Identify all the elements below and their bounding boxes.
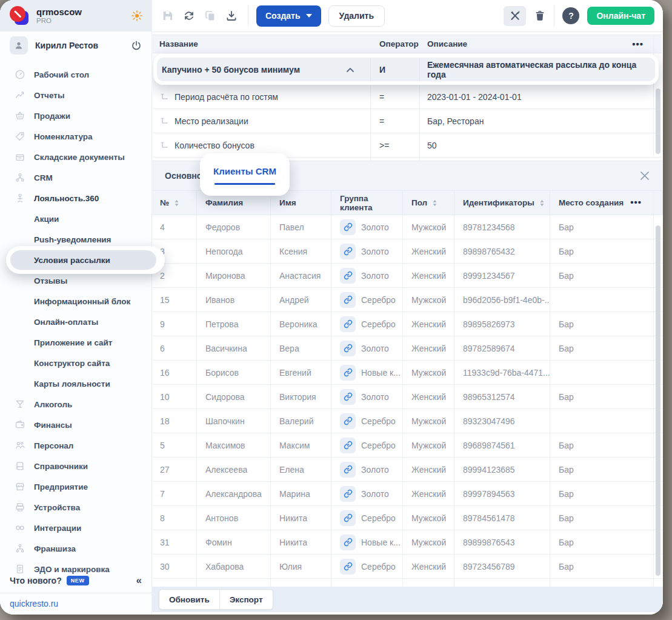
client-row[interactable]: 5 Максимов Максим Серебро Мужской 896898… — [151, 433, 663, 458]
link-icon[interactable] — [340, 268, 356, 284]
link-icon[interactable] — [340, 413, 356, 429]
column-header-operator[interactable]: Оператор — [371, 39, 420, 48]
sidebar-item[interactable]: Финансы — [0, 415, 151, 435]
sidebar-item[interactable]: CRM — [0, 167, 151, 188]
link-icon[interactable] — [340, 341, 356, 356]
refresh-button[interactable]: Обновить — [159, 590, 219, 609]
sidebar-item[interactable]: Номенклатура — [0, 126, 151, 147]
sort-icon[interactable] — [431, 199, 438, 207]
parent-row-description: Ежемесячная автоматическая рассылка до к… — [420, 60, 655, 79]
theme-sun-icon[interactable] — [131, 10, 143, 22]
quickresto-site-link[interactable]: quickresto.ru — [0, 596, 68, 611]
delete-button[interactable]: Удалить — [328, 5, 385, 27]
close-icon[interactable] — [639, 170, 651, 182]
link-icon[interactable] — [340, 292, 356, 308]
link-icon[interactable] — [340, 535, 356, 550]
sidebar-item[interactable]: Информационный блок — [0, 291, 151, 312]
toolbar-divider — [554, 5, 554, 27]
refresh-icon[interactable] — [183, 10, 195, 22]
client-row[interactable]: 6 Васичкина Вера Золото Женский 89782589… — [151, 336, 663, 361]
more-columns-icon[interactable]: ••• — [630, 197, 642, 207]
sidebar-item[interactable]: Конструктор сайта — [0, 353, 151, 373]
sales-icon — [15, 110, 25, 121]
user-row[interactable]: Кирилл Рестов — [0, 32, 151, 59]
tools-icon[interactable] — [504, 6, 526, 26]
client-row[interactable]: 4 Федоров Павел Золото Мужской 897812345… — [151, 215, 663, 239]
sidebar-item[interactable]: Устройства — [0, 497, 151, 518]
sidebar-item[interactable]: Акции — [0, 208, 151, 229]
brand-name: qrmoscow — [36, 7, 82, 17]
link-icon[interactable] — [340, 219, 356, 235]
logout-power-icon[interactable] — [131, 40, 142, 51]
condition-row[interactable]: Период расчёта по гостям = 2023-01-01 - … — [151, 85, 662, 109]
sidebar-item[interactable]: Персонал — [0, 435, 151, 456]
chevron-up-icon[interactable] — [346, 65, 354, 75]
whats-new-link[interactable]: Что нового? — [10, 576, 62, 585]
condition-parent-row[interactable]: Капучино + 50 бонусов минимум И Ежемесяч… — [157, 58, 655, 81]
column-header[interactable]: Идентификаторы — [454, 191, 550, 215]
sidebar-item[interactable]: Приложение и сайт — [0, 332, 151, 353]
client-row[interactable]: 31 Фомин Никита Новые к... Мужской 89899… — [151, 530, 663, 555]
online-chat-button[interactable]: Онлайн-чат — [587, 7, 654, 25]
link-icon[interactable] — [340, 316, 356, 332]
sidebar-item[interactable]: Продажи — [0, 105, 151, 126]
client-row[interactable]: 18 Шапочкин Валерий Серебро Мужской 8932… — [151, 409, 663, 433]
link-icon[interactable] — [340, 389, 356, 405]
client-row[interactable]: 3 Непогода Ксения Золото Женский 8989876… — [151, 239, 663, 264]
sidebar-item[interactable]: Предприятие — [0, 476, 151, 497]
export-button[interactable]: Экспорт — [219, 590, 273, 609]
trash-icon[interactable] — [534, 10, 546, 22]
link-icon[interactable] — [340, 438, 356, 453]
client-row[interactable]: 7 Александрова Марина Золото Женский 899… — [151, 482, 663, 506]
client-row[interactable]: 30 Хабарова Юлия Серебро Женский 8972345… — [151, 555, 663, 579]
copy-icon[interactable] — [204, 10, 216, 22]
sidebar: qrmoscow PRO Кирилл Рестов Рабочий стол … — [0, 0, 152, 615]
sidebar-item[interactable]: Складские документы — [0, 147, 151, 167]
sidebar-item[interactable]: Онлайн-оплаты — [0, 312, 151, 332]
sidebar-item[interactable]: Карты лояльности — [0, 373, 151, 394]
client-row[interactable]: 16 Борисов Евгений Новые к... Мужской 11… — [151, 361, 663, 385]
scrollbar-thumb[interactable] — [656, 88, 660, 154]
link-icon[interactable] — [340, 244, 356, 259]
sidebar-item[interactable]: Франшиза — [0, 538, 151, 559]
help-icon[interactable]: ? — [562, 7, 579, 24]
link-icon[interactable] — [340, 365, 356, 381]
save-icon[interactable] — [162, 10, 174, 22]
link-icon[interactable] — [340, 486, 356, 502]
condition-row[interactable]: Место реализации = Бар, Ресторан — [151, 109, 662, 133]
client-row[interactable]: 27 Алексеева Елена Золото Женский 899941… — [151, 458, 663, 482]
sort-icon[interactable] — [539, 199, 545, 207]
more-columns-icon[interactable]: ••• — [632, 39, 644, 49]
sidebar-item-active[interactable]: Условия рассылки — [0, 250, 151, 270]
link-icon[interactable] — [340, 559, 356, 575]
client-row[interactable]: 15 Иванов Андрей Серебро Мужской b96d205… — [151, 288, 663, 312]
finance-icon — [15, 419, 25, 430]
column-header[interactable]: № — [151, 191, 197, 215]
column-header[interactable]: Группа клиента — [331, 191, 403, 215]
collapse-sidebar-icon[interactable]: « — [136, 575, 142, 587]
sidebar-item[interactable]: Справочники — [0, 456, 151, 476]
sort-icon[interactable] — [173, 199, 180, 207]
create-button[interactable]: Создать — [256, 5, 321, 27]
active-tab-underline — [215, 183, 275, 185]
client-row[interactable]: 2 Миронова Анастасия Золото Женский 8999… — [151, 264, 663, 288]
client-row[interactable]: 10 Сидорова Виктория Золото Женский 9896… — [151, 385, 663, 409]
parent-row-name: Капучино + 50 бонусов минимум — [162, 65, 300, 75]
sidebar-item[interactable]: Лояльность.360 — [0, 188, 151, 208]
download-icon[interactable] — [225, 10, 238, 22]
toolbar-divider — [248, 5, 248, 27]
column-header[interactable]: Пол — [403, 191, 454, 215]
column-header-name[interactable]: Название — [151, 39, 371, 48]
tab-clients-crm[interactable]: Клиенты CRM — [200, 153, 290, 196]
column-header-description[interactable]: Описание — [420, 39, 662, 48]
link-icon[interactable] — [340, 510, 356, 526]
sidebar-item[interactable]: Алкоголь — [0, 394, 151, 415]
scrollbar-thumb[interactable] — [656, 225, 660, 576]
column-header[interactable]: Место создания — [550, 191, 663, 215]
link-icon[interactable] — [340, 462, 356, 478]
sidebar-item[interactable]: Отчеты — [0, 85, 151, 105]
client-row[interactable]: 8 Антонов Никита Серебро Мужской 8978456… — [151, 506, 663, 530]
sidebar-item[interactable]: Интеграции — [0, 518, 151, 538]
client-row[interactable]: 9 Петрова Вероника Серебро Женский 89895… — [151, 312, 663, 336]
sidebar-item[interactable]: Рабочий стол — [0, 64, 151, 85]
